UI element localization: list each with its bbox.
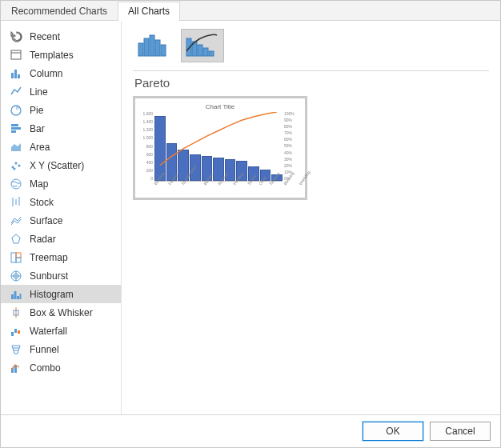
chart-type-sidebar: RecentTemplatesColumnLinePieBarAreaX Y (… [1, 21, 122, 414]
radar-icon [9, 232, 23, 246]
bar [154, 116, 166, 181]
dialog-footer: OK Cancel [1, 414, 500, 447]
svg-point-10 [15, 162, 18, 165]
cancel-button[interactable]: Cancel [430, 422, 491, 441]
scatter-icon [9, 158, 23, 173]
y-left-tick: 200 [140, 169, 153, 173]
subtype-pareto[interactable] [181, 29, 224, 62]
sidebar-item-bar[interactable]: Bar [1, 119, 121, 138]
svg-rect-28 [20, 294, 22, 299]
sidebar-item-line[interactable]: Line [1, 82, 121, 101]
line-icon [9, 85, 23, 99]
stock-icon [9, 195, 23, 210]
svg-rect-40 [150, 35, 154, 56]
sidebar-item-boxwhisker[interactable]: Box & Whisker [1, 303, 121, 322]
y-left-tick: 600 [140, 153, 153, 157]
y-right-tick: 100% [284, 112, 300, 116]
map-icon [9, 177, 23, 191]
sunburst-icon [9, 269, 23, 283]
y-right-tick: 30% [284, 158, 300, 162]
y-right-tick: 70% [284, 131, 300, 135]
sidebar-item-label: Combo [30, 362, 61, 374]
chart-preview[interactable]: Chart Title 1,6001,4001,2001,00080060040… [133, 96, 307, 200]
y-right-tick: 80% [284, 125, 300, 129]
insert-chart-dialog: Recommended Charts All Charts RecentTemp… [0, 0, 501, 448]
sidebar-item-area[interactable]: Area [1, 138, 121, 156]
histogram-icon [9, 287, 23, 302]
svg-rect-18 [11, 253, 16, 262]
sidebar-item-label: Histogram [30, 289, 74, 300]
pie-icon [9, 103, 23, 118]
svg-point-11 [18, 165, 21, 167]
column-icon [9, 66, 23, 81]
sidebar-item-label: Treemap [30, 252, 68, 263]
svg-rect-46 [203, 48, 208, 56]
sidebar-item-label: Templates [30, 50, 74, 61]
sidebar-item-label: Bar [30, 123, 45, 134]
dialog-body: RecentTemplatesColumnLinePieBarAreaX Y (… [1, 21, 500, 414]
waterfall-icon [9, 324, 23, 338]
sidebar-item-sunburst[interactable]: Sunburst [1, 266, 121, 285]
subtype-row [133, 29, 489, 62]
tab-recommended[interactable]: Recommended Charts [1, 2, 118, 21]
boxwhisker-icon [9, 306, 23, 320]
sidebar-item-combo[interactable]: Combo [1, 358, 121, 377]
ok-button[interactable]: OK [363, 422, 423, 441]
svg-rect-39 [144, 38, 149, 56]
surface-icon [9, 214, 23, 228]
y-right-tick: 40% [284, 151, 300, 155]
x-axis-labels: BurstingFadingSpecificationBubblesRunmed… [150, 178, 287, 199]
sidebar-item-label: Column [30, 68, 62, 79]
sidebar-item-map[interactable]: Map [1, 174, 121, 193]
sidebar-item-column[interactable]: Column [1, 64, 121, 82]
y-left-tick: 400 [140, 161, 153, 165]
svg-rect-20 [16, 258, 21, 262]
svg-rect-3 [14, 70, 17, 78]
svg-rect-33 [18, 330, 20, 334]
svg-rect-42 [161, 45, 166, 56]
sidebar-item-treemap[interactable]: Treemap [1, 248, 121, 266]
subtype-histogram[interactable] [133, 29, 176, 62]
sidebar-item-label: Area [30, 142, 50, 153]
svg-point-12 [14, 168, 16, 170]
subtype-separator [133, 70, 489, 71]
chart-area: 1,6001,4001,2001,0008006004002000 100%90… [154, 112, 283, 182]
sidebar-item-scatter[interactable]: X Y (Scatter) [1, 156, 121, 174]
sidebar-item-funnel[interactable]: Funnel [1, 340, 121, 358]
bar-icon [9, 122, 23, 136]
y-left-tick: 1,000 [140, 136, 153, 140]
sidebar-item-radar[interactable]: Radar [1, 230, 121, 248]
sidebar-item-label: Surface [30, 215, 62, 226]
svg-rect-8 [11, 130, 16, 133]
svg-rect-45 [198, 45, 202, 56]
sidebar-item-stock[interactable]: Stock [1, 193, 121, 211]
sidebar-item-histogram[interactable]: Histogram [1, 285, 121, 303]
recent-icon [9, 30, 23, 44]
tab-all-charts[interactable]: All Charts [118, 2, 180, 21]
sidebar-item-label: Recent [30, 31, 60, 42]
svg-rect-7 [11, 127, 21, 130]
sidebar-item-waterfall[interactable]: Waterfall [1, 322, 121, 340]
funnel-icon [9, 342, 23, 357]
chart-preview-title: Chart Title [140, 103, 300, 110]
y-axis-left: 1,6001,4001,2001,0008006004002000 [140, 112, 153, 181]
sidebar-item-label: X Y (Scatter) [30, 160, 84, 171]
sidebar-item-templates[interactable]: Templates [1, 46, 121, 64]
sidebar-item-label: Waterfall [30, 326, 67, 337]
bar-series [154, 112, 283, 181]
sidebar-item-recent[interactable]: Recent [1, 27, 121, 46]
y-left-tick: 1,600 [140, 112, 153, 116]
y-left-tick: 800 [140, 145, 153, 149]
svg-rect-31 [11, 332, 14, 336]
svg-rect-2 [11, 73, 14, 78]
svg-rect-41 [155, 40, 160, 56]
sidebar-item-pie[interactable]: Pie [1, 101, 121, 119]
sidebar-item-label: Line [30, 86, 48, 98]
sidebar-item-label: Map [30, 178, 48, 190]
sidebar-item-surface[interactable]: Surface [1, 211, 121, 230]
svg-rect-27 [17, 296, 19, 299]
sidebar-item-label: Box & Whisker [30, 307, 93, 318]
svg-rect-32 [14, 329, 17, 333]
svg-rect-38 [138, 43, 143, 56]
subtype-title: Pareto [134, 76, 489, 90]
